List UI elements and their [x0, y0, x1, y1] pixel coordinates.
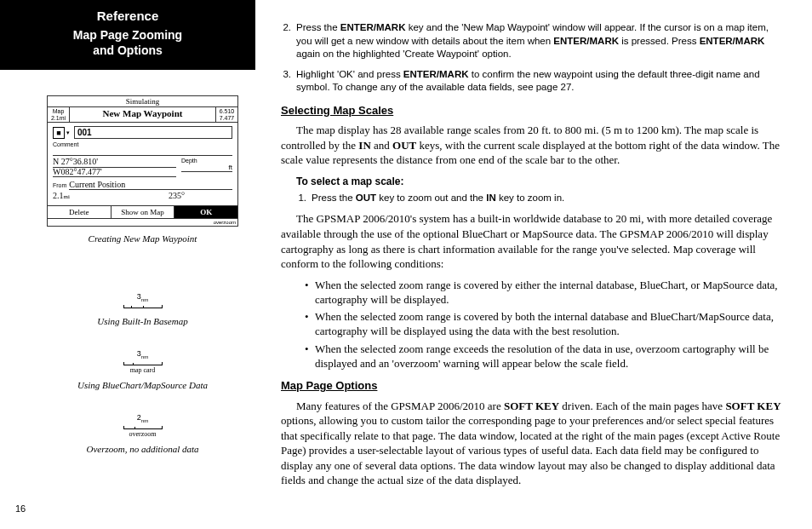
scale-basemap: 3nm Using Built-In Basemap: [47, 293, 238, 326]
from-value: Current Position: [69, 180, 232, 190]
distance-value: 2.1mi: [53, 191, 121, 200]
mapcard-label: map card: [123, 367, 163, 374]
bearing-value: 235°: [121, 191, 232, 200]
step-2: 2. Press the ENTER/MARK key and the 'New…: [281, 21, 786, 61]
waypoint-name: 001: [74, 126, 232, 139]
waypoint-symbol: ■: [53, 127, 65, 139]
ok-button: OK: [174, 206, 237, 218]
from-label: From: [53, 182, 66, 188]
depth-value: ft: [181, 164, 232, 172]
overzoom-status: overzoom: [48, 218, 237, 226]
dropdown-icon: ▾: [65, 129, 71, 136]
fig-right-meta: 6.510 7.477: [215, 107, 237, 122]
bullet-2: When the selected zoom range is covered …: [305, 310, 786, 339]
section-map-page-options: Map Page Options: [281, 378, 786, 394]
dialog-title: New Map Waypoint: [70, 107, 215, 122]
system-para: The GPSMAP 2006/2010's system has a buil…: [281, 211, 786, 271]
scale2-caption: Using BlueChart/MapSource Data: [47, 380, 238, 390]
depth-label: Depth: [181, 158, 232, 164]
page-number: 16: [15, 503, 26, 514]
header-subtitle: Map Page Zooming and Options: [17, 28, 238, 58]
scales-para: The map display has 28 available range s…: [281, 123, 786, 168]
comment-field: [53, 147, 232, 156]
step-3: 3. Highlight 'OK' and press ENTER/MARK t…: [281, 68, 786, 95]
to-select-scale-heading: To select a map scale:: [296, 175, 786, 188]
coord-lon: W082°47.477': [53, 168, 176, 178]
delete-button: Delete: [48, 206, 112, 218]
overzoom-label: overzoom: [123, 431, 163, 438]
sim-label: Simulating: [48, 96, 237, 107]
options-para: Many features of the GPSMAP 2006/2010 ar…: [281, 399, 786, 488]
section-header: Reference Map Page Zooming and Options: [0, 0, 255, 70]
show-on-map-button: Show on Map: [112, 206, 175, 218]
scale-mapcard: 3nm map card Using BlueChart/MapSource D…: [47, 350, 238, 390]
figure1-caption: Creating New Map Waypoint: [47, 233, 238, 244]
waypoint-dialog-figure: Simulating Map 2.1mi New Map Waypoint 6.…: [47, 95, 238, 227]
bullet-1: When the selected zoom range is covered …: [305, 279, 786, 308]
header-title: Reference: [17, 9, 238, 23]
section-selecting-scales: Selecting Map Scales: [281, 103, 786, 118]
scale-overzoom: 2nm overzoom Overzoom, no additional dat…: [47, 414, 238, 454]
scale1-caption: Using Built-In Basemap: [47, 316, 238, 326]
select-scale-step1: 1. Press the OUT key to zoom out and the…: [296, 192, 786, 205]
comment-label: Comment: [53, 141, 232, 147]
fig-left-meta: Map 2.1mi: [48, 107, 70, 122]
scale3-caption: Overzoom, no additional data: [47, 444, 238, 454]
bullet-3: When the selected zoom range exceeds the…: [305, 342, 786, 371]
